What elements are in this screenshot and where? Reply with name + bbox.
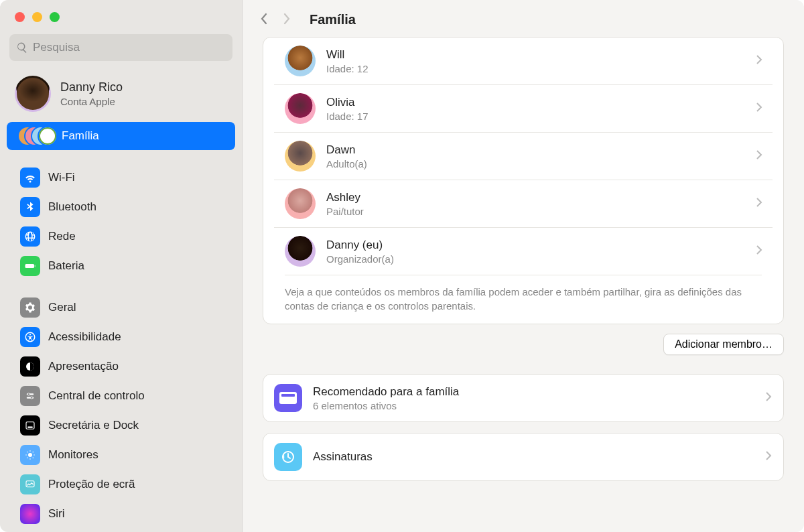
sidebar-item-appearance[interactable]: Apresentação [7,352,235,381]
svg-point-5 [27,393,29,395]
sidebar-item-label: Rede [48,230,76,243]
family-icon [17,126,55,146]
bluetooth-icon [20,197,40,217]
screensaver-icon [20,474,40,494]
sidebar-item-accessibility[interactable]: Acessibilidade [7,323,235,351]
member-sub: Idade: 17 [326,111,755,122]
member-name: Dawn [326,143,755,157]
siri-icon [20,504,40,524]
sidebar-item-label: Siri [48,507,65,521]
accessibility-icon [20,327,40,347]
sidebar-item-label: Acessibilidade [48,330,121,344]
search-input[interactable] [33,41,226,54]
family-members-card: Will Idade: 12 Olivia Idade: 17 [263,37,784,324]
member-name: Olivia [326,96,755,109]
member-avatar [285,46,316,76]
sidebar-item-displays[interactable]: Monitores [7,441,235,469]
maximize-icon[interactable] [50,12,60,22]
globe-icon [20,226,40,247]
recommended-row[interactable]: Recomendado para a família 6 elementos a… [263,375,783,421]
family-member-row[interactable]: Dawn Adulto(a) [274,132,773,180]
svg-point-9 [28,453,32,457]
member-sub: Organizador(a) [326,253,755,265]
search-icon [16,42,28,54]
recommended-card: Recomendado para a família 6 elementos a… [263,374,784,422]
sidebar-item-desktop-dock[interactable]: Secretária e Dock [7,411,235,440]
subscriptions-icon [274,443,302,471]
battery-icon [20,256,40,276]
sidebar-item-label: Secretária e Dock [48,419,139,432]
svg-point-6 [31,397,33,399]
member-avatar [285,93,316,124]
search-field[interactable] [9,34,232,61]
sidebar-item-bluetooth[interactable]: Bluetooth [7,193,235,221]
sidebar-item-label: Apresentação [48,360,119,373]
member-name: Will [326,48,755,62]
sidebar-account[interactable]: Danny Rico Conta Apple [0,70,242,117]
member-avatar [285,188,316,219]
sidebar-item-family[interactable]: Família [7,122,235,150]
sidebar-item-label: Proteção de ecrã [48,478,135,491]
family-member-row[interactable]: Ashley Pai/tutor [274,180,773,227]
sidebar-item-wifi[interactable]: Wi-Fi [7,163,235,192]
back-button[interactable] [260,13,268,27]
content-scroll[interactable]: Will Idade: 12 Olivia Idade: 17 [243,37,804,532]
sidebar: Danny Rico Conta Apple Família Wi-Fi Blu… [0,0,243,532]
sidebar-item-label: Monitores [48,448,98,462]
family-member-row[interactable]: Will Idade: 12 [274,38,773,84]
sidebar-item-screensaver[interactable]: Proteção de ecrã [7,470,235,498]
sidebar-item-label: Wi-Fi [48,171,75,184]
forward-button [283,13,291,27]
sidebar-item-siri[interactable]: Siri [7,500,235,528]
account-sub: Conta Apple [60,96,123,107]
sidebar-item-network[interactable]: Rede [7,222,235,251]
chevron-right-icon [755,101,763,116]
member-avatar [285,141,316,172]
family-member-row[interactable]: Olivia Idade: 17 [274,84,773,132]
page-title: Família [310,12,356,27]
sidebar-item-label: Bluetooth [48,200,96,214]
sidebar-item-battery[interactable]: Bateria [7,252,235,280]
members-footer-text: Veja a que conteúdos os membros da famíl… [285,275,762,324]
chevron-right-icon [764,391,773,405]
gear-icon [20,297,40,318]
user-avatar [15,76,51,112]
family-member-row[interactable]: Danny (eu) Organizador(a) [274,227,773,275]
sidebar-item-control-center[interactable]: Central de controlo [7,382,235,410]
sidebar-item-label: Bateria [48,259,84,273]
wifi-icon [20,168,40,188]
member-name: Danny (eu) [326,239,755,252]
member-avatar [285,236,316,267]
member-name: Ashley [326,191,755,204]
recommended-icon [274,384,302,412]
header: Família [243,0,804,37]
subscriptions-row[interactable]: Assinaturas [263,434,783,480]
control-center-icon [20,386,40,406]
chevron-right-icon [755,149,763,163]
appearance-icon [20,356,40,377]
member-sub: Pai/tutor [326,206,755,217]
recommended-sub: 6 elementos ativos [313,400,764,411]
member-sub: Adulto(a) [326,158,755,170]
chevron-right-icon [755,54,763,68]
svg-rect-8 [27,427,33,428]
sidebar-item-label: Geral [48,301,76,314]
system-settings-window: Danny Rico Conta Apple Família Wi-Fi Blu… [0,0,804,532]
account-name: Danny Rico [60,80,123,94]
subscriptions-title: Assinaturas [313,450,764,464]
svg-point-1 [29,334,31,335]
chevron-right-icon [764,450,773,464]
add-member-button[interactable]: Adicionar membro… [663,334,784,355]
recommended-title: Recomendado para a família [313,385,764,399]
member-sub: Idade: 12 [326,63,755,74]
dock-icon [20,415,40,436]
close-icon[interactable] [15,12,25,22]
sidebar-item-label: Família [62,129,99,143]
subscriptions-card: Assinaturas [263,433,784,481]
main-panel: Família Will Idade: 12 Olivia Ida [243,0,804,532]
chevron-right-icon [755,244,763,259]
window-controls [0,8,242,34]
sidebar-item-label: Central de controlo [48,389,145,403]
minimize-icon[interactable] [32,12,42,22]
sidebar-item-general[interactable]: Geral [7,293,235,322]
